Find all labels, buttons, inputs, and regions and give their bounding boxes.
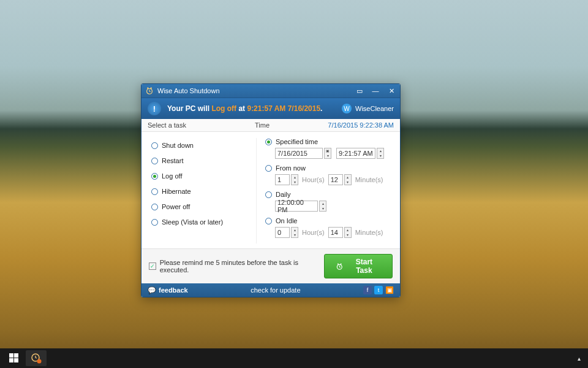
twitter-icon[interactable]: t — [374, 286, 383, 294]
radio-on-idle[interactable]: On Idle — [265, 217, 393, 224]
feedback-link[interactable]: 💬 feedback — [148, 286, 188, 294]
time-input[interactable]: 9:21:57 AM — [336, 148, 375, 159]
svg-rect-9 — [14, 358, 18, 362]
svg-point-2 — [150, 87, 151, 88]
radio-shutdown[interactable]: Shut down — [151, 142, 256, 149]
fromnow-minutes-spinner[interactable]: ▴▾ — [344, 174, 352, 185]
taskbar: ▴ — [0, 348, 588, 368]
radio-specified-time[interactable]: Specified time — [265, 138, 393, 145]
settings-button[interactable]: ▭ — [355, 88, 364, 94]
date-dropdown[interactable]: ▣▾ — [324, 148, 331, 159]
status-message: Your PC will Log off at 9:21:57 AM 7/16/… — [167, 104, 322, 113]
time-options: Specified time 7/16/2015 ▣▾ 9:21:57 AM ▴… — [256, 138, 393, 243]
svg-point-11 — [37, 359, 42, 364]
brand-link[interactable]: W WiseCleaner — [342, 104, 394, 113]
remind-label: Please remind me 5 minutes before the ta… — [160, 259, 325, 274]
daily-time-spinner[interactable]: ▴▾ — [319, 201, 326, 212]
rss-icon[interactable]: ▣ — [385, 286, 394, 294]
idle-minutes-spinner[interactable]: ▴▾ — [344, 227, 352, 238]
time-spinner[interactable]: ▴▾ — [377, 148, 384, 159]
fromnow-minutes-label: Minute(s) — [355, 176, 383, 183]
idle-hours-label: Hour(s) — [302, 229, 325, 236]
app-window: Wise Auto Shutdown ▭ — ✕ ! Your PC will … — [141, 83, 401, 297]
svg-point-4 — [337, 263, 339, 264]
taskbar-app-icon[interactable] — [26, 350, 47, 366]
footer: 💬 feedback check for update f t ▣ — [141, 283, 400, 297]
svg-rect-8 — [9, 358, 13, 362]
date-input[interactable]: 7/16/2015 — [275, 148, 323, 159]
tray-arrow-icon[interactable]: ▴ — [574, 353, 584, 364]
start-task-button[interactable]: Start Task — [324, 254, 393, 278]
header-datetime: 7/16/2015 9:22:38 AM — [328, 121, 394, 129]
svg-rect-6 — [9, 353, 13, 358]
idle-hours-spinner[interactable]: ▴▾ — [291, 227, 298, 238]
titlebar[interactable]: Wise Auto Shutdown ▭ — ✕ — [141, 84, 400, 98]
radio-sleep[interactable]: Sleep (Vista or later) — [151, 218, 256, 226]
status-banner: ! Your PC will Log off at 9:21:57 AM 7/1… — [141, 98, 400, 119]
app-icon — [145, 86, 154, 95]
action-bar: ✓ Please remind me 5 minutes before the … — [141, 248, 400, 283]
radio-restart[interactable]: Restart — [151, 157, 256, 164]
radio-daily[interactable]: Daily — [265, 191, 393, 198]
clock-icon — [336, 263, 344, 270]
radio-logoff[interactable]: Log off — [151, 172, 256, 180]
windows-icon — [9, 353, 19, 363]
speech-icon: 💬 — [148, 286, 156, 294]
fromnow-minutes-input[interactable]: 12 — [328, 174, 343, 185]
minimize-button[interactable]: — — [371, 88, 380, 94]
info-icon: ! — [148, 102, 161, 115]
column-headers: Select a task Time 7/16/2015 9:22:38 AM — [141, 119, 400, 132]
remind-checkbox[interactable]: ✓ — [149, 263, 156, 270]
radio-hibernate[interactable]: Hibernate — [151, 188, 256, 195]
brand-badge-icon: W — [342, 104, 352, 113]
daily-time-input[interactable]: 12:00:00 PM — [275, 201, 318, 212]
fromnow-hours-label: Hour(s) — [302, 176, 325, 183]
idle-minutes-input[interactable]: 14 — [328, 227, 343, 238]
radio-poweroff[interactable]: Power off — [151, 203, 256, 210]
radio-from-now[interactable]: From now — [265, 164, 393, 172]
header-time: Time — [255, 121, 328, 129]
svg-point-1 — [147, 87, 148, 88]
close-button[interactable]: ✕ — [386, 88, 396, 94]
fromnow-hours-spinner[interactable]: ▴▾ — [291, 174, 298, 185]
check-update-link[interactable]: check for update — [188, 286, 363, 294]
facebook-icon[interactable]: f — [363, 286, 372, 294]
task-list: Shut down Restart Log off Hibernate Powe… — [149, 138, 256, 243]
header-task: Select a task — [148, 121, 255, 129]
start-button[interactable] — [4, 350, 24, 366]
desktop: Wise Auto Shutdown ▭ — ✕ ! Your PC will … — [0, 0, 588, 368]
window-title: Wise Auto Shutdown — [157, 87, 355, 94]
svg-rect-7 — [14, 353, 18, 358]
idle-minutes-label: Minute(s) — [355, 229, 383, 236]
svg-point-5 — [341, 263, 342, 264]
idle-hours-input[interactable]: 0 — [275, 227, 290, 238]
fromnow-hours-input[interactable]: 1 — [275, 174, 290, 185]
